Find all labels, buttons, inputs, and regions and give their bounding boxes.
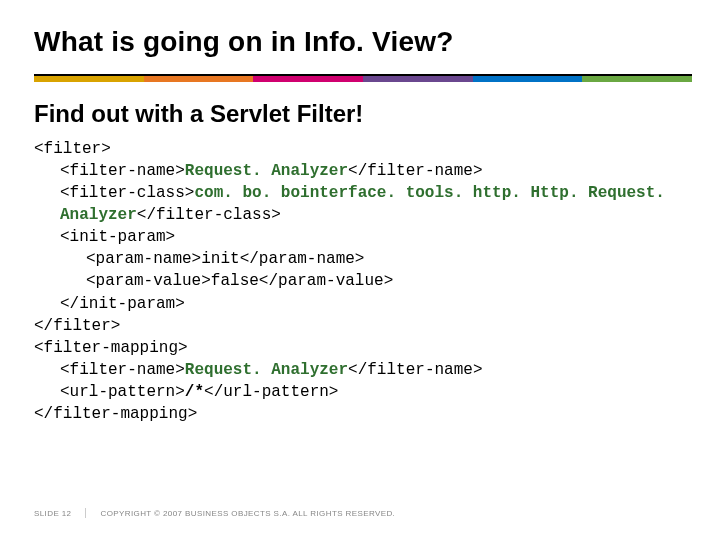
footer: SLIDE 12 COPYRIGHT © 2007 BUSINESS OBJEC… [34,508,395,518]
code-line: <filter> [34,138,686,160]
code-line: <url-pattern>/*</url-pattern> [34,381,686,403]
code-line: <filter-mapping> [34,337,686,359]
copyright-text: COPYRIGHT © 2007 BUSINESS OBJECTS S.A. A… [100,509,395,518]
code-line: <init-param> [34,226,686,248]
code-line: </init-param> [34,293,686,315]
slide-number: SLIDE 12 [34,509,71,518]
code-line: <filter-name>Request. Analyzer</filter-n… [34,359,686,381]
code-line: <param-value>false</param-value> [34,270,686,292]
code-line: </filter-mapping> [34,403,686,425]
code-line: </filter> [34,315,686,337]
divider-rainbow [34,76,692,82]
footer-separator [85,508,86,518]
slide: What is going on in Info. View? Find out… [0,0,720,540]
code-line: <filter-name>Request. Analyzer</filter-n… [34,160,686,182]
code-line: <filter-class>com. bo. bointerface. tool… [34,182,686,226]
code-block: <filter> <filter-name>Request. Analyzer<… [34,138,686,425]
slide-title: What is going on in Info. View? [34,26,453,58]
code-line: <param-name>init</param-name> [34,248,686,270]
slide-subtitle: Find out with a Servlet Filter! [34,100,363,128]
